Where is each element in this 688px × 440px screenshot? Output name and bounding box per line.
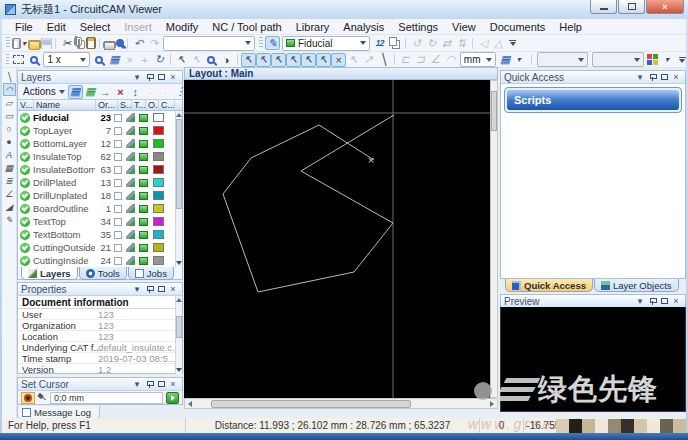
layer-row[interactable]: InsulateBottom 63 <box>18 163 182 176</box>
panel-float-icon[interactable] <box>658 296 670 307</box>
layer-color-swatch[interactable] <box>153 191 164 200</box>
text-draw-tool-icon[interactable]: A <box>3 148 16 161</box>
pointer-icon[interactable]: ↖ <box>174 53 189 67</box>
layer-visible-icon[interactable] <box>20 191 30 201</box>
measure-angle-icon[interactable]: ∠ <box>428 53 443 67</box>
panel-pin-icon[interactable] <box>143 284 155 295</box>
layer-row[interactable]: CuttingOutside 21 <box>18 241 182 254</box>
layer-row[interactable]: TextTop 34 <box>18 215 182 228</box>
layer-tool-icon[interactable] <box>126 113 135 122</box>
layer-sort-icon[interactable]: ↕ <box>128 85 143 99</box>
panel-close-icon[interactable]: × <box>167 379 179 390</box>
layer-row[interactable]: DrillUnplated 18 <box>18 189 182 202</box>
cursor-pin-icon[interactable] <box>38 393 47 403</box>
layer-color-swatch[interactable] <box>153 178 164 187</box>
layer-up-icon[interactable]: ∙ <box>143 85 158 99</box>
scroll-down-icon[interactable] <box>176 259 182 267</box>
snap-caret-icon[interactable]: ▾ <box>513 53 528 67</box>
canvas-vertical-scrollbar[interactable] <box>490 80 498 398</box>
print-icon[interactable] <box>103 41 116 49</box>
color-caret-icon[interactable]: ▾ <box>661 53 676 67</box>
layer-export-icon[interactable] <box>139 257 148 265</box>
zoom-in-icon[interactable] <box>92 53 107 67</box>
scroll-left-icon[interactable] <box>185 399 195 408</box>
cut-icon[interactable]: ✂ <box>59 36 74 50</box>
layer-visible-icon[interactable] <box>20 243 30 253</box>
layer-color-swatch[interactable] <box>153 126 164 135</box>
toolbar-grip[interactable] <box>6 54 9 66</box>
actions-button[interactable]: Actions <box>20 86 68 97</box>
layer-visible-icon[interactable] <box>20 152 30 162</box>
layer-export-icon[interactable] <box>139 244 148 252</box>
select-mode-add-icon[interactable]: ↖ <box>256 53 271 67</box>
panel-float-icon[interactable] <box>155 72 167 83</box>
hatch-draw-tool-icon[interactable]: ≣ <box>3 174 16 187</box>
zoom-tool-icon[interactable] <box>204 53 219 67</box>
copy-icon[interactable] <box>74 37 82 46</box>
cursor-target-icon[interactable] <box>21 392 35 404</box>
line-draw-tool-icon[interactable]: ╲ <box>3 70 16 83</box>
print-preview-icon[interactable] <box>116 39 124 47</box>
pan-icon[interactable]: + <box>137 53 152 67</box>
angle-draw-tool-icon[interactable]: ∠ <box>3 187 16 200</box>
rectangle-draw-tool-icon[interactable]: ▭ <box>3 109 16 122</box>
layer-tool-icon[interactable] <box>126 178 135 187</box>
layer-export-icon[interactable] <box>139 192 148 200</box>
panel-tab[interactable]: Quick Access <box>505 279 593 292</box>
undo-icon[interactable]: ↶ <box>131 36 146 50</box>
menu-item[interactable]: File <box>8 20 40 34</box>
layer-down-icon[interactable]: ∙ <box>158 85 173 99</box>
panel-tab[interactable]: Layer Objects <box>594 279 679 292</box>
insert-point-button[interactable]: ✎ <box>265 36 280 50</box>
panel-menu-icon[interactable]: ▾ <box>131 379 143 390</box>
rotate-right-icon[interactable]: ↻ <box>424 36 439 50</box>
layer-color-swatch[interactable] <box>153 204 164 213</box>
layer-new-icon[interactable]: ▦ <box>68 85 83 99</box>
menu-item[interactable]: Modify <box>159 20 205 34</box>
panel-menu-icon[interactable]: ▾ <box>131 72 143 83</box>
panel-close-icon[interactable]: × <box>167 284 179 295</box>
select-mode-segment-icon[interactable]: ↖ <box>316 53 331 67</box>
select-mode-polygon-icon[interactable]: ↖ <box>301 53 316 67</box>
layer-select-checkbox[interactable] <box>114 257 122 265</box>
layer-color-swatch[interactable] <box>153 139 164 148</box>
menu-item[interactable]: Insert <box>117 20 159 34</box>
paste-icon[interactable] <box>86 37 96 49</box>
layer-row[interactable]: InsulateTop 62 <box>18 150 182 163</box>
panel-tab[interactable]: Layers <box>21 267 78 280</box>
measure-vertical-icon[interactable]: ⊐ <box>413 53 428 67</box>
layer-tool-icon[interactable] <box>126 152 135 161</box>
layer-select-checkbox[interactable] <box>114 166 122 174</box>
property-row[interactable]: Location 123 <box>18 331 182 342</box>
layer-export-icon[interactable] <box>139 127 148 135</box>
panel-pin-icon[interactable] <box>646 72 658 83</box>
layer-tool-icon[interactable] <box>126 230 135 239</box>
property-row[interactable]: Underlying CAT f... default_insulate.c..… <box>18 342 182 353</box>
panel-pin-icon[interactable] <box>143 379 155 390</box>
measure-arc-icon[interactable]: ◠ <box>443 53 458 67</box>
mesh-draw-tool-icon[interactable]: ▦ <box>3 161 16 174</box>
menu-item[interactable]: NC / Tool path <box>205 20 289 34</box>
scroll-down-icon[interactable] <box>176 366 182 374</box>
layer-tool-icon[interactable] <box>126 204 135 213</box>
layers-column-header[interactable]: V...NameOr...S...T...O...C... <box>18 99 182 111</box>
property-row[interactable]: Organization 123 <box>18 320 182 331</box>
panel-pin-icon[interactable] <box>143 72 155 83</box>
scrollbar-thumb[interactable] <box>491 91 497 131</box>
recent-combo[interactable] <box>163 36 255 51</box>
menu-item[interactable]: Help <box>552 20 589 34</box>
pen-draw-tool-icon[interactable]: ✎ <box>3 213 16 226</box>
zoom-overview-icon[interactable]: ▦ <box>107 53 122 67</box>
layer-row[interactable]: BottomLayer 12 <box>18 137 182 150</box>
layer-row[interactable]: CuttingInside 24 <box>18 254 182 267</box>
menu-item[interactable]: Analysis <box>336 20 391 34</box>
property-row[interactable]: User 123 <box>18 309 182 320</box>
layer-visible-icon[interactable] <box>20 178 30 188</box>
scrollbar-thumb[interactable] <box>176 316 182 338</box>
menu-item[interactable]: Settings <box>391 20 445 34</box>
layer-select-checkbox[interactable] <box>114 231 122 239</box>
layer-select-checkbox[interactable] <box>114 140 122 148</box>
properties-scrollbar[interactable] <box>175 296 182 374</box>
layer-visible-icon[interactable] <box>20 113 30 123</box>
menu-item[interactable]: Library <box>289 20 337 34</box>
